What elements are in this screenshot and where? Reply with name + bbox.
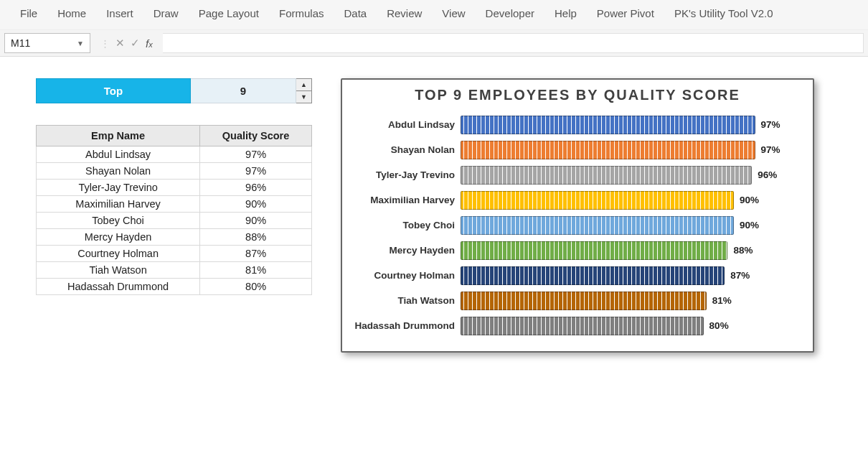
table-cell[interactable]: 97%: [200, 146, 312, 163]
bar-row: Tobey Choi90%: [349, 213, 806, 238]
bar-row: Shayan Nolan97%: [349, 137, 806, 162]
menu-power-pivot[interactable]: Power Pivot: [597, 7, 654, 19]
bar-track: 90%: [461, 216, 806, 235]
table-row[interactable]: Hadassah Drummond80%: [37, 279, 312, 295]
separator-icon: ⋮: [100, 38, 110, 49]
bar-category-label: Shayan Nolan: [349, 144, 461, 155]
table-row[interactable]: Tiah Watson81%: [37, 262, 312, 279]
bar-fill: [461, 266, 725, 285]
bar-track: 87%: [461, 266, 806, 285]
bar-category-label: Hadassah Drummond: [349, 320, 461, 331]
bar-track: 80%: [461, 317, 806, 335]
menu-developer[interactable]: Developer: [486, 7, 534, 19]
table-cell[interactable]: Maximilian Harvey: [37, 196, 200, 213]
top-label-cell[interactable]: Top: [36, 78, 191, 103]
table-row[interactable]: Tyler-Jay Trevino96%: [37, 180, 312, 196]
table-cell[interactable]: 87%: [200, 246, 312, 262]
top-value-cell[interactable]: 9: [191, 78, 296, 103]
cancel-formula-icon[interactable]: ✕: [115, 37, 125, 50]
spinner-down-icon[interactable]: ▼: [296, 91, 311, 103]
bar-row: Abdul Lindsay97%: [349, 112, 806, 137]
table-header[interactable]: Emp Name: [37, 126, 200, 146]
bar-row: Courtney Holman87%: [349, 263, 806, 288]
chart-card[interactable]: TOP 9 EMPLOYEES BY QUALITY SCORE Abdul L…: [341, 78, 814, 353]
bar-fill: [461, 141, 755, 159]
table-row[interactable]: Shayan Nolan97%: [37, 163, 312, 180]
table-row[interactable]: Mercy Hayden88%: [37, 229, 312, 246]
bar-track: 90%: [461, 191, 806, 210]
table-cell[interactable]: Tobey Choi: [37, 213, 200, 229]
menu-formulas[interactable]: Formulas: [279, 7, 324, 19]
bar-category-label: Tiah Watson: [349, 295, 461, 306]
bar-track: 88%: [461, 241, 806, 260]
bar-row: Maximilian Harvey90%: [349, 187, 806, 213]
accept-formula-icon[interactable]: ✓: [131, 37, 140, 50]
chevron-down-icon[interactable]: ▼: [77, 39, 84, 47]
bar-fill: [461, 166, 752, 185]
menu-data[interactable]: Data: [344, 7, 367, 19]
table-cell[interactable]: 96%: [200, 180, 312, 196]
table-row[interactable]: Maximilian Harvey90%: [37, 196, 312, 213]
bar-row: Mercy Hayden88%: [349, 238, 806, 263]
name-box-value: M11: [11, 37, 30, 49]
table-cell[interactable]: 90%: [200, 213, 312, 229]
bar-track: 81%: [461, 292, 806, 310]
spinner-up-icon[interactable]: ▲: [296, 79, 311, 91]
menu-help[interactable]: Help: [555, 7, 577, 19]
table-cell[interactable]: 97%: [200, 163, 312, 180]
table-cell[interactable]: 80%: [200, 279, 312, 295]
bar-fill: [461, 292, 707, 310]
menu-view[interactable]: View: [442, 7, 465, 19]
bar-category-label: Mercy Hayden: [349, 245, 461, 256]
left-panel: Top 9 ▲ ▼ Emp NameQuality Score Abdul Li…: [36, 78, 312, 295]
bar-fill: [461, 241, 727, 260]
formula-controls: ⋮ ✕ ✓ fx: [95, 37, 159, 50]
bar-value-label: 96%: [758, 169, 777, 180]
chart-title: TOP 9 EMPLOYEES BY QUALITY SCORE: [349, 87, 806, 103]
table-row[interactable]: Abdul Lindsay97%: [37, 146, 312, 163]
table-cell[interactable]: 81%: [200, 262, 312, 279]
employee-table[interactable]: Emp NameQuality Score Abdul Lindsay97%Sh…: [36, 125, 312, 295]
table-cell[interactable]: Mercy Hayden: [37, 229, 200, 246]
table-cell[interactable]: Tiah Watson: [37, 262, 200, 279]
bar-fill: [461, 116, 755, 134]
table-cell[interactable]: Courtney Holman: [37, 246, 200, 262]
top-n-selector: Top 9 ▲ ▼: [36, 78, 312, 103]
bar-value-label: 97%: [761, 144, 780, 155]
table-header[interactable]: Quality Score: [200, 126, 312, 146]
table-row[interactable]: Courtney Holman87%: [37, 246, 312, 262]
bar-fill: [461, 191, 734, 210]
bar-track: 96%: [461, 166, 806, 185]
bar-category-label: Tobey Choi: [349, 220, 461, 230]
chart-plot-area: Abdul Lindsay97%Shayan Nolan97%Tyler-Jay…: [349, 112, 806, 338]
bar-category-label: Maximilian Harvey: [349, 195, 461, 205]
bar-value-label: 90%: [740, 195, 759, 205]
table-cell[interactable]: Hadassah Drummond: [37, 279, 200, 295]
table-cell[interactable]: 90%: [200, 196, 312, 213]
bar-fill: [461, 216, 734, 235]
table-cell[interactable]: Shayan Nolan: [37, 163, 200, 180]
menu-home[interactable]: Home: [57, 7, 86, 19]
menu-insert[interactable]: Insert: [106, 7, 133, 19]
table-cell[interactable]: 88%: [200, 229, 312, 246]
ribbon-menu: FileHomeInsertDrawPage LayoutFormulasDat…: [0, 0, 868, 30]
bar-category-label: Abdul Lindsay: [349, 119, 461, 130]
menu-draw[interactable]: Draw: [154, 7, 179, 19]
menu-pk-s-utility-tool-v2-0[interactable]: PK's Utility Tool V2.0: [674, 7, 773, 19]
table-cell[interactable]: Tyler-Jay Trevino: [37, 180, 200, 196]
table-cell[interactable]: Abdul Lindsay: [37, 146, 200, 163]
table-row[interactable]: Tobey Choi90%: [37, 213, 312, 229]
bar-track: 97%: [461, 116, 806, 134]
formula-bar: M11 ▼ ⋮ ✕ ✓ fx: [0, 30, 868, 57]
bar-category-label: Tyler-Jay Trevino: [349, 169, 461, 180]
fx-icon[interactable]: fx: [146, 37, 153, 50]
menu-review[interactable]: Review: [387, 7, 422, 19]
name-box[interactable]: M11 ▼: [4, 33, 90, 53]
bar-row: Tyler-Jay Trevino96%: [349, 162, 806, 187]
bar-category-label: Courtney Holman: [349, 270, 461, 281]
spinner-control[interactable]: ▲ ▼: [296, 78, 312, 103]
menu-page-layout[interactable]: Page Layout: [199, 7, 259, 19]
formula-input[interactable]: [163, 33, 864, 53]
bar-value-label: 97%: [761, 119, 780, 130]
menu-file[interactable]: File: [20, 7, 37, 19]
